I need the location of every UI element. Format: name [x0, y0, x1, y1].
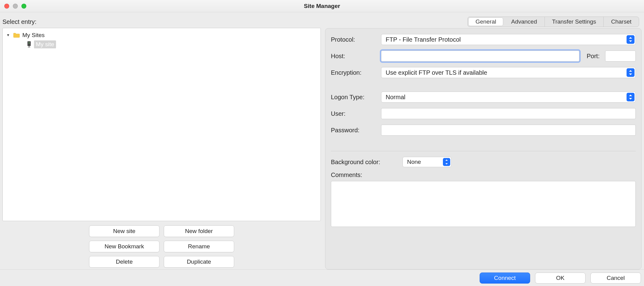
select-entry-label: Select entry:: [2, 15, 321, 28]
connect-button[interactable]: Connect: [480, 273, 530, 284]
duplicate-button[interactable]: Duplicate: [164, 256, 234, 268]
tree-item-label: My site: [34, 40, 56, 48]
comments-label: Comments:: [331, 171, 636, 179]
tree-root-my-sites[interactable]: ▾ My Sites: [5, 31, 318, 40]
tab-general[interactable]: General: [468, 17, 503, 26]
bgcolor-value: None: [407, 159, 421, 165]
titlebar: Site Manager: [0, 0, 644, 12]
dropdown-stepper-icon: [627, 68, 635, 77]
logon-type-select[interactable]: Normal: [381, 92, 636, 103]
dialog-footer: Connect OK Cancel: [0, 269, 644, 286]
cancel-button[interactable]: Cancel: [590, 273, 641, 284]
dropdown-stepper-icon: [627, 93, 635, 101]
user-label: User:: [331, 110, 377, 117]
tab-transfer-settings[interactable]: Transfer Settings: [545, 17, 604, 27]
server-icon: [27, 41, 32, 48]
port-input[interactable]: [605, 51, 636, 62]
encryption-value: Use explicit FTP over TLS if available: [386, 69, 487, 76]
tree-root-label: My Sites: [22, 32, 45, 39]
svg-point-2: [29, 43, 29, 43]
new-folder-button[interactable]: New folder: [164, 225, 234, 237]
svg-point-1: [29, 42, 29, 43]
new-site-button[interactable]: New site: [89, 225, 159, 237]
protocol-label: Protocol:: [331, 36, 377, 43]
password-label: Password:: [331, 127, 377, 134]
general-form: Protocol: FTP - File Transfer Protocol H…: [325, 28, 642, 269]
logon-type-label: Logon Type:: [331, 94, 377, 101]
bgcolor-label: Background color:: [331, 159, 398, 166]
site-action-buttons: New site New folder New Bookmark Rename …: [2, 221, 321, 269]
svg-rect-4: [28, 47, 30, 47]
user-input[interactable]: [381, 108, 636, 119]
tab-charset[interactable]: Charset: [604, 17, 639, 27]
host-label: Host:: [331, 53, 377, 60]
encryption-label: Encryption:: [331, 69, 377, 76]
port-label: Port:: [584, 53, 601, 60]
left-pane: Select entry: ▾ My Sites: [2, 15, 321, 269]
svg-rect-3: [29, 46, 29, 47]
protocol-value: FTP - File Transfer Protocol: [386, 36, 461, 43]
logon-type-value: Normal: [386, 94, 405, 101]
disclosure-triangle-icon[interactable]: ▾: [5, 32, 11, 37]
tree-item-my-site[interactable]: My site: [5, 40, 318, 49]
site-tree[interactable]: ▾ My Sites M: [2, 28, 321, 221]
delete-button[interactable]: Delete: [89, 256, 159, 268]
window-title: Site Manager: [0, 3, 644, 9]
comments-textarea[interactable]: [331, 181, 636, 227]
host-input[interactable]: [381, 51, 579, 62]
dropdown-stepper-icon: [443, 158, 450, 166]
right-pane: General Advanced Transfer Settings Chars…: [325, 15, 642, 269]
folder-icon: [13, 32, 20, 38]
protocol-select[interactable]: FTP - File Transfer Protocol: [381, 34, 636, 45]
dropdown-stepper-icon: [627, 35, 635, 44]
bgcolor-select[interactable]: None: [402, 157, 451, 167]
rename-button[interactable]: Rename: [164, 241, 234, 252]
content-area: Select entry: ▾ My Sites: [0, 12, 644, 269]
password-input[interactable]: [381, 125, 636, 136]
divider: [331, 151, 636, 151]
encryption-select[interactable]: Use explicit FTP over TLS if available: [381, 67, 636, 78]
tab-bar: General Advanced Transfer Settings Chars…: [325, 17, 642, 27]
tab-advanced[interactable]: Advanced: [504, 17, 545, 27]
ok-button[interactable]: OK: [535, 273, 586, 284]
new-bookmark-button[interactable]: New Bookmark: [89, 241, 159, 252]
